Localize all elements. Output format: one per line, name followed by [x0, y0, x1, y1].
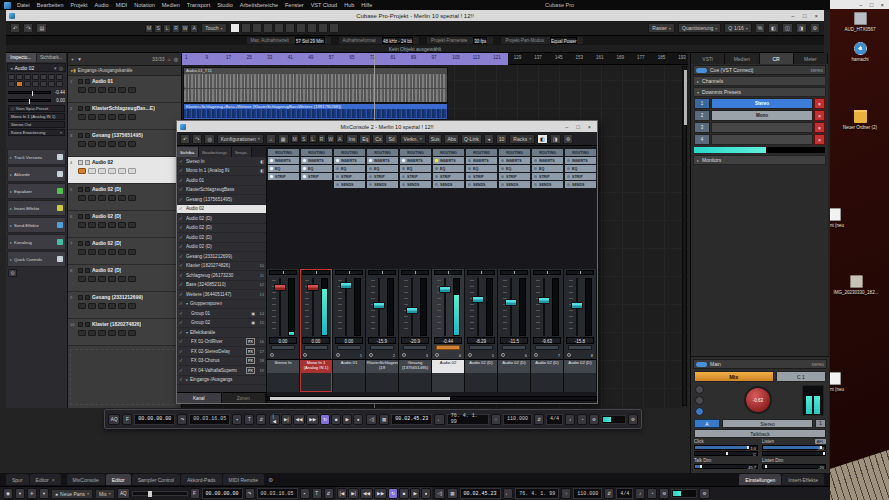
solo-button[interactable]	[85, 295, 90, 300]
inspector-button-0[interactable]	[8, 74, 15, 80]
channel-strip-stereo-in-0[interactable]: 0.00Stereo In	[267, 269, 300, 392]
record-arm-button[interactable]	[78, 249, 86, 255]
solo-button[interactable]	[85, 106, 90, 111]
rack-sends[interactable]: SENDS	[565, 181, 596, 188]
visibility-check-icon[interactable]: ✓	[179, 263, 184, 268]
audio-part-blue[interactable]: Klavier+Schlagzeug+Bass+Weitere (Klavier…	[183, 103, 448, 120]
record-arm-button[interactable]	[16, 81, 23, 87]
inspector-button-1[interactable]	[16, 74, 23, 80]
mc-channel-bass-3240852110[interactable]: ✓Bass (3240852110)12	[177, 281, 266, 291]
cue-toggle[interactable]	[696, 68, 707, 73]
record-arm-button[interactable]	[78, 222, 86, 228]
global-a-button[interactable]: A	[190, 24, 198, 33]
click-button[interactable]: ♪	[635, 488, 645, 499]
monitor-button[interactable]	[88, 168, 96, 174]
read-automation-button[interactable]	[108, 330, 116, 336]
mc-channel-audio-02[interactable]: ✓Audio 02	[177, 205, 266, 215]
global-s-button[interactable]: S	[154, 24, 162, 33]
record-arm-button[interactable]	[78, 195, 86, 201]
minimize-icon[interactable]: −	[791, 13, 795, 19]
racks-dropdown[interactable]: Racks▾	[509, 134, 535, 144]
inspector-button-10[interactable]	[32, 81, 39, 87]
track-klavierschlagzeugbas-e-2[interactable]: 2KlavierSchlagzeugBas...E)	[68, 103, 181, 130]
channel-strip-audio-02-d-9[interactable]: -15.88Audio 02 (D)	[564, 269, 597, 392]
mc-channel-weitere-3644051147[interactable]: ✓Weitere (3644051147)13	[177, 290, 266, 300]
monitor-button[interactable]	[88, 276, 96, 282]
fader-handle[interactable]	[571, 302, 583, 309]
track-audio-02-4[interactable]: 4Audio 02	[68, 157, 181, 184]
mc-l-button[interactable]: L	[309, 134, 317, 143]
input-routing-field[interactable]: Mono In 1 (Analog IN 1)	[8, 113, 65, 120]
downmix-preset-3[interactable]: 3×	[694, 122, 825, 133]
mc-channel-effektkan-le[interactable]: ✓▾Effektkanäle	[177, 328, 266, 338]
zoom-tool-icon[interactable]	[307, 23, 317, 33]
mc-w-button[interactable]: W	[327, 134, 335, 143]
close-icon[interactable]: ×	[52, 477, 55, 483]
inspector-button-5[interactable]	[48, 74, 55, 80]
rack-strip[interactable]: STRIP	[565, 173, 596, 180]
tab-mixconsole[interactable]: MixConsole	[67, 474, 105, 485]
visibility-check-icon[interactable]: ✓	[179, 168, 184, 173]
read-automation-button[interactable]	[108, 195, 116, 201]
channel-label[interactable]: Audio 01	[333, 359, 365, 373]
channel-strip-audio-02-d-6[interactable]: -8.295Audio 02 (D)	[465, 269, 498, 392]
transport-bar-bottom[interactable]: ◉▾✛▾●Neue Parts▾Mix▾AQF00.00.00.00↷00.03…	[0, 486, 830, 500]
headphone-button[interactable]	[695, 407, 704, 416]
draw-tool-icon[interactable]	[285, 23, 295, 33]
forward-button[interactable]: ▶▶	[306, 414, 319, 425]
transport-setup-gear-icon[interactable]: ⚙	[628, 414, 638, 425]
tab-akkord-pads[interactable]: Akkord-Pads	[181, 474, 222, 485]
global-m-button[interactable]: M	[145, 24, 153, 33]
delete-preset-icon[interactable]: ×	[814, 110, 825, 121]
fader-value[interactable]: 0.00	[335, 337, 363, 344]
mute-tool-icon[interactable]	[296, 23, 306, 33]
tab-cr[interactable]: CR	[760, 53, 794, 64]
record-arm-button[interactable]	[78, 303, 86, 309]
channel-label[interactable]: Audio 02 (D)	[531, 359, 563, 373]
menu-vst-cloud[interactable]: VST Cloud	[311, 2, 338, 8]
mc-channel-group-01[interactable]: ✓Group 01▣14	[177, 309, 266, 319]
strip-wide-button[interactable]	[337, 345, 361, 350]
channel-label[interactable]: Audio 02 (D)	[465, 359, 497, 373]
time-signature-display[interactable]: 4/4	[546, 414, 563, 425]
visibility-check-icon[interactable]: ✓	[179, 282, 184, 287]
solo-button[interactable]	[85, 160, 90, 165]
menu-bearbeiten[interactable]: Bearbeiten	[37, 2, 64, 8]
rack-eq[interactable]: EQ	[565, 165, 596, 172]
edit-channel-button[interactable]	[98, 114, 106, 120]
click-settings-icon[interactable]: ⚙	[659, 488, 669, 499]
record-mode-button[interactable]: ◉	[3, 488, 13, 499]
listen-pan-slider[interactable]	[762, 451, 826, 456]
rack-sends[interactable]: SENDS	[400, 181, 431, 188]
monitor-button[interactable]	[88, 141, 96, 147]
inspector-button-12[interactable]	[48, 81, 55, 87]
channel-strip-audio-02-d-7[interactable]: -11.56Audio 02 (D)	[498, 269, 531, 392]
edit-channel-button[interactable]	[98, 87, 106, 93]
tab-spur[interactable]: Spur	[6, 474, 29, 485]
fader-handle[interactable]	[307, 284, 319, 291]
time-display-right[interactable]: 00.02.45.23	[460, 488, 501, 499]
time-display-primary[interactable]: 00.00.00.00	[202, 488, 243, 499]
rack-routing[interactable]: ROUTING	[466, 149, 497, 156]
maximize-icon[interactable]: □	[803, 13, 807, 19]
record-button[interactable]: ●	[421, 488, 431, 499]
quarter-note-icon[interactable]: ♩	[434, 414, 444, 425]
rack-routing[interactable]: ROUTING	[499, 149, 530, 156]
edit-channel-button[interactable]	[98, 222, 106, 228]
rack-strip[interactable]: STRIP	[433, 173, 464, 180]
write-automation-button[interactable]	[118, 330, 126, 336]
visibility-check-icon[interactable]: ✓	[179, 358, 184, 363]
mc-a-button[interactable]: A	[336, 134, 344, 143]
precount-button[interactable]: ◔	[647, 488, 657, 499]
rack-strip[interactable]: STRIP	[268, 173, 299, 180]
read-automation-button[interactable]	[108, 114, 116, 120]
inspector-button-6[interactable]	[56, 74, 63, 80]
visibility-check-icon[interactable]: ✓	[179, 235, 184, 240]
play-button[interactable]: ▶	[410, 488, 420, 499]
fader-handle[interactable]	[505, 299, 517, 306]
track-list-drop-area[interactable]	[70, 349, 180, 405]
edit-channel-button[interactable]	[98, 303, 106, 309]
mc-channel-fx-03-chorus[interactable]: ✓FX 03-ChorusFX18	[177, 357, 266, 367]
rack-strip[interactable]: STRIP	[466, 173, 497, 180]
desktop-icon-aud-htx0567[interactable]: AUD_HTX0567	[832, 12, 888, 32]
